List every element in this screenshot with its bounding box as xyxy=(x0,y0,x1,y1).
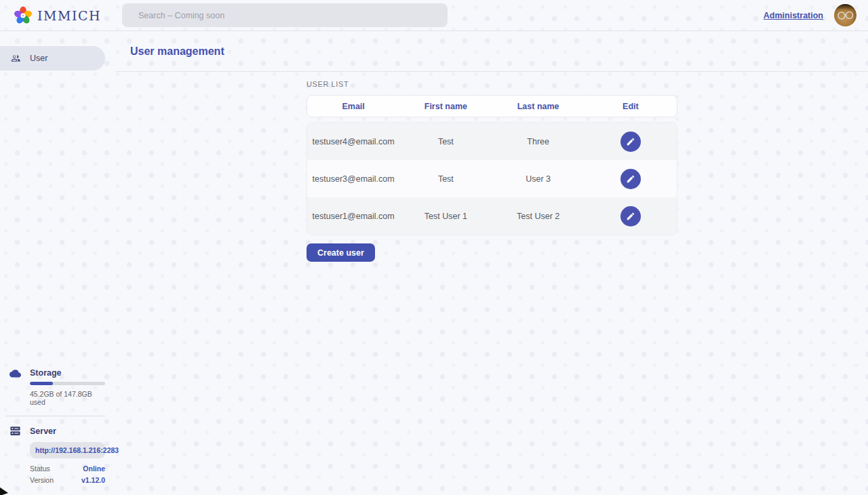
administration-link[interactable]: Administration xyxy=(764,11,823,20)
cell-first-name: Test xyxy=(399,174,492,184)
page-title: User management xyxy=(130,45,224,58)
column-header-edit: Edit xyxy=(585,102,677,111)
storage-title: Storage xyxy=(30,368,62,378)
table-row: testuser4@email.com Test Three xyxy=(307,123,677,160)
table-header-row: Email First name Last name Edit xyxy=(307,95,677,117)
search-bar[interactable] xyxy=(122,3,448,27)
server-title: Server xyxy=(30,427,56,436)
table-body: testuser4@email.com Test Three testuser3… xyxy=(307,122,677,235)
cell-first-name: Test User 1 xyxy=(399,212,492,221)
server-section-header: Server xyxy=(9,425,105,437)
sidebar: User Storage 45.2GB of 147.8GB used xyxy=(0,31,115,495)
column-header-email: Email xyxy=(307,102,399,111)
app-name: IMMICH xyxy=(37,8,101,23)
user-list-label: USER LIST xyxy=(307,80,868,88)
version-label: Version xyxy=(30,476,54,484)
app-logo[interactable]: IMMICH xyxy=(0,6,101,25)
sidebar-divider xyxy=(5,416,105,416)
status-badge: Online xyxy=(83,464,105,473)
cell-last-name: User 3 xyxy=(492,174,585,184)
edit-user-button[interactable] xyxy=(620,169,641,189)
storage-section-header: Storage xyxy=(9,368,105,378)
storage-progress-fill xyxy=(30,382,53,385)
sidebar-item-user[interactable]: User xyxy=(0,46,105,71)
immich-flower-icon xyxy=(14,6,33,25)
pencil-icon xyxy=(626,137,635,146)
top-header: IMMICH Administration xyxy=(0,0,868,31)
edit-user-button[interactable] xyxy=(620,132,641,152)
cloud-icon xyxy=(9,369,21,378)
edit-user-button[interactable] xyxy=(620,206,641,226)
server-version-row: Version v1.12.0 xyxy=(30,476,105,484)
dns-icon xyxy=(9,425,21,437)
version-value: v1.12.0 xyxy=(81,476,105,484)
cell-email: testuser4@email.com xyxy=(307,137,399,146)
storage-progress-bar xyxy=(30,382,105,385)
pencil-icon xyxy=(626,174,635,184)
glasses-photo xyxy=(836,11,854,20)
table-row: testuser3@email.com Test User 3 xyxy=(307,160,677,197)
column-header-last-name: Last name xyxy=(492,102,585,111)
server-status-row: Status Online xyxy=(30,464,105,473)
storage-usage-text: 45.2GB of 147.8GB used xyxy=(30,390,105,406)
cell-email: testuser1@email.com xyxy=(307,212,399,221)
cell-last-name: Three xyxy=(492,137,585,146)
sidebar-bottom: Storage 45.2GB of 147.8GB used Server xyxy=(0,368,115,495)
user-table: Email First name Last name Edit testuser… xyxy=(307,95,677,235)
cell-first-name: Test xyxy=(399,137,492,146)
page-title-band: User management xyxy=(115,31,868,72)
column-header-first-name: First name xyxy=(399,102,492,111)
server-url: http://192.168.1.216:2283 xyxy=(30,442,105,458)
cell-email: testuser3@email.com xyxy=(307,174,399,184)
people-icon xyxy=(9,53,21,64)
search-input[interactable] xyxy=(122,3,448,27)
status-label: Status xyxy=(30,464,50,473)
main-content: User management USER LIST Email First na… xyxy=(115,31,868,495)
user-avatar[interactable] xyxy=(834,4,856,26)
create-user-button[interactable]: Create user xyxy=(307,243,375,262)
table-row: testuser1@email.com Test User 1 Test Use… xyxy=(307,197,677,235)
pencil-icon xyxy=(626,212,635,221)
sidebar-item-user-label: User xyxy=(30,54,47,63)
cell-last-name: Test User 2 xyxy=(492,212,585,221)
